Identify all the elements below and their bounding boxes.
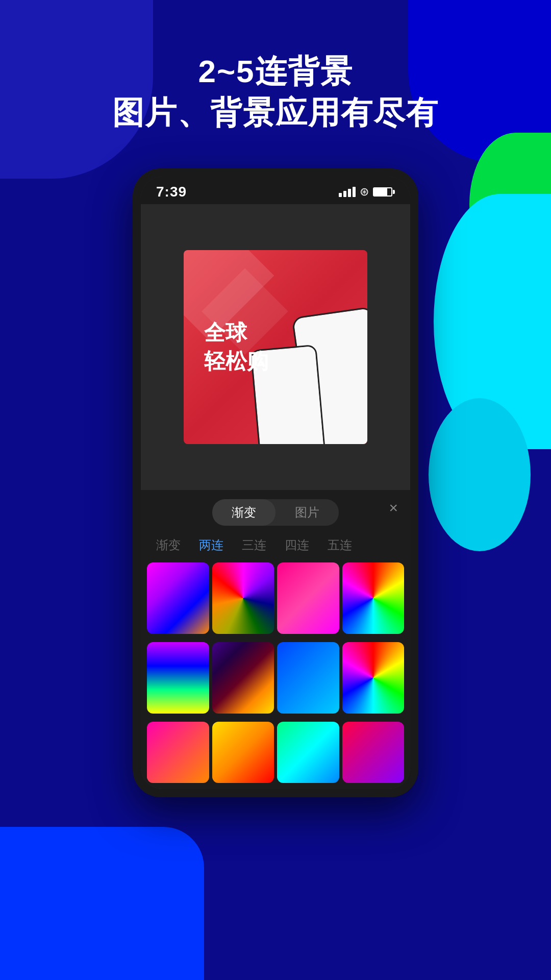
battery-fill <box>374 188 387 195</box>
signal-bars <box>339 187 356 197</box>
filter-tab-5lian[interactable]: 五连 <box>328 537 352 553</box>
content-area: 全球 轻松购 <box>141 204 410 490</box>
signal-bar-4 <box>353 187 356 197</box>
filter-tab-2lian[interactable]: 两连 <box>199 537 223 553</box>
color-cell-8[interactable] <box>342 642 405 714</box>
color-grid-row2 <box>141 642 410 722</box>
color-cell-5[interactable] <box>147 642 209 714</box>
signal-bar-1 <box>339 193 342 197</box>
color-cell-3[interactable] <box>277 562 339 634</box>
status-bar: 7:39 ⊛ <box>141 177 410 204</box>
color-grid-row1 <box>141 562 410 642</box>
bottom-panel: 渐变 图片 × 渐变 两连 三连 四连 五连 <box>141 490 410 789</box>
color-cell-7[interactable] <box>277 642 339 714</box>
color-cell-12[interactable] <box>342 722 405 783</box>
card-text-line1: 全球 <box>204 318 268 347</box>
filter-tab-3lian[interactable]: 三连 <box>242 537 266 553</box>
filter-tabs: 渐变 两连 三连 四连 五连 <box>141 533 410 562</box>
color-grid-row3 <box>141 722 410 789</box>
status-time: 7:39 <box>156 184 187 200</box>
card-text-line2: 轻松购 <box>204 347 268 376</box>
phone-screen: 7:39 ⊛ <box>141 177 410 789</box>
color-cell-10[interactable] <box>212 722 274 783</box>
bg-decoration-cyan2 <box>429 398 531 551</box>
header-section: 2~5连背景 图片、背景应用有尽有 <box>0 51 551 133</box>
color-cell-6[interactable] <box>212 642 274 714</box>
wifi-icon: ⊛ <box>360 185 369 199</box>
filter-tab-gradient[interactable]: 渐变 <box>156 537 181 553</box>
color-cell-9[interactable] <box>147 722 209 783</box>
status-icons: ⊛ <box>339 185 395 199</box>
red-card: 全球 轻松购 <box>184 250 367 444</box>
header-title: 2~5连背景 图片、背景应用有尽有 <box>0 51 551 133</box>
color-cell-4[interactable] <box>342 562 405 634</box>
battery-body <box>373 187 392 197</box>
phone-frame: 7:39 ⊛ <box>133 168 418 797</box>
color-cell-2[interactable] <box>212 562 274 634</box>
battery-tip <box>393 190 395 194</box>
phone-mockup: 7:39 ⊛ <box>133 168 418 797</box>
card-text: 全球 轻松购 <box>204 318 268 376</box>
color-cell-1[interactable] <box>147 562 209 634</box>
tab-gradient[interactable]: 渐变 <box>212 499 276 526</box>
filter-tab-4lian[interactable]: 四连 <box>285 537 309 553</box>
header-line1: 2~5连背景 <box>198 54 353 89</box>
signal-bar-3 <box>348 189 351 197</box>
header-line2: 图片、背景应用有尽有 <box>112 95 439 130</box>
tab-image[interactable]: 图片 <box>276 499 339 526</box>
signal-bar-2 <box>343 191 346 197</box>
color-cell-11[interactable] <box>277 722 339 783</box>
bg-decoration-blue-bottom <box>0 827 204 980</box>
close-button[interactable]: × <box>389 499 398 517</box>
battery-icon <box>373 187 395 197</box>
